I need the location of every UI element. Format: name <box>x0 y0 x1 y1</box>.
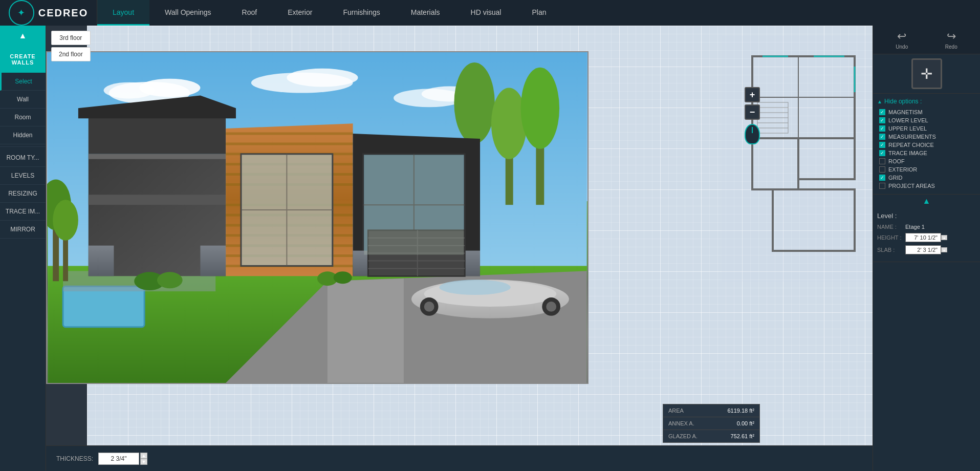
option-trace-image[interactable]: ✓ TRACE IMAGE <box>877 149 976 157</box>
sidebar-item-trace-image[interactable]: TRACE IM... <box>0 203 46 221</box>
tab-hd-visual[interactable]: HD visual <box>455 0 517 26</box>
undo-button[interactable]: ↩ Undo <box>896 30 908 50</box>
sidebar-item-room-type[interactable]: ROOM TY... <box>0 149 46 167</box>
redo-button[interactable]: ↪ Redo <box>945 30 957 50</box>
sidebar-divider-1 <box>0 146 46 147</box>
tab-roof[interactable]: Roof <box>227 0 273 26</box>
undo-redo-bar: ↩ Undo ↪ Redo <box>873 26 980 54</box>
svg-point-76 <box>440 280 511 295</box>
option-upper-level[interactable]: ✓ UPPER LEVEL <box>877 124 976 133</box>
sidebar-item-levels[interactable]: LEVELS <box>0 167 46 185</box>
lower-level-label: LOWER LEVEL <box>888 117 928 123</box>
svg-rect-89 <box>242 155 332 265</box>
height-increase-button[interactable]: ▲ <box>941 235 947 240</box>
svg-rect-0 <box>722 36 870 282</box>
floor-button-3rd[interactable]: 3rd floor <box>51 31 91 45</box>
expand-button-area: ▲ <box>873 195 980 208</box>
option-lower-level[interactable]: ✓ LOWER LEVEL <box>877 116 976 124</box>
create-walls-button[interactable]: CREATE WALLS <box>0 46 46 73</box>
repeat-choice-checkbox[interactable]: ✓ <box>879 142 885 148</box>
sidebar-item-wall[interactable]: Wall <box>0 91 46 109</box>
logo-area: ✦ CEDREO <box>0 0 97 26</box>
tab-wall-openings[interactable]: Wall Openings <box>149 0 227 26</box>
hide-options-header[interactable]: ▲ Hide options : <box>877 98 976 105</box>
tab-furnishings[interactable]: Furnishings <box>328 0 395 26</box>
lower-level-checkbox[interactable]: ✓ <box>879 117 885 123</box>
zoom-out-button[interactable]: − <box>745 104 760 120</box>
svg-point-80 <box>546 302 556 312</box>
sidebar-item-resizing[interactable]: RESIZING <box>0 185 46 203</box>
roof-label: ROOF <box>888 158 905 164</box>
thickness-increase-button[interactable]: ▲ <box>140 453 147 459</box>
trace-image-checkbox[interactable]: ✓ <box>879 150 885 156</box>
svg-rect-41 <box>89 154 226 159</box>
roof-checkbox[interactable] <box>879 158 885 164</box>
svg-point-30 <box>521 68 560 149</box>
sidebar-item-hidden[interactable]: Hidden <box>0 126 46 144</box>
area-label-glazed: GLAZED A. <box>663 430 718 442</box>
level-slab-input-group: ▲ <box>905 245 947 254</box>
grid-checkbox[interactable]: ✓ <box>879 175 885 181</box>
hide-options-panel: ▲ Hide options : ✓ MAGNETISM ✓ LOWER LEV… <box>873 94 980 195</box>
thickness-input[interactable] <box>98 453 139 465</box>
thickness-arrows: ▲ ▼ <box>140 453 147 465</box>
option-measurements[interactable]: ✓ MEASUREMENTS <box>877 133 976 141</box>
exterior-checkbox[interactable] <box>879 166 885 173</box>
option-repeat-choice[interactable]: ✓ REPEAT CHOICE <box>877 141 976 149</box>
measurements-checkbox[interactable]: ✓ <box>879 134 885 140</box>
level-name-label: NAME : <box>877 224 905 230</box>
hide-options-arrow-icon: ▲ <box>877 99 882 104</box>
svg-rect-90 <box>364 155 464 255</box>
area-info-panel: AREA 6119.18 ft² ANNEX A. 0.00 ft² GLAZE… <box>663 404 760 443</box>
magnetism-checkbox[interactable]: ✓ <box>879 109 885 115</box>
option-roof[interactable]: ROOF <box>877 157 976 165</box>
level-header: Level : <box>877 212 976 220</box>
level-slab-label: SLAB : <box>877 247 905 253</box>
canvas-area[interactable]: 3rd floor 2nd floor <box>46 26 873 471</box>
area-label-total: AREA <box>663 404 718 417</box>
house-3d-view <box>46 51 589 384</box>
tab-exterior[interactable]: Exterior <box>272 0 328 26</box>
sidebar-item-select[interactable]: Select <box>0 73 46 91</box>
svg-point-88 <box>334 271 352 284</box>
logo-icon[interactable]: ✦ <box>9 0 34 26</box>
svg-point-84 <box>53 200 78 241</box>
sidebar-item-room[interactable]: Room <box>0 109 46 126</box>
sidebar-item-mirror[interactable]: MIRROR <box>0 221 46 239</box>
svg-point-20 <box>104 82 155 99</box>
trace-image-label: TRACE IMAGE <box>888 150 927 156</box>
hide-options-title: Hide options : <box>884 98 922 105</box>
option-grid[interactable]: ✓ GRID <box>877 174 976 182</box>
tab-layout[interactable]: Layout <box>97 0 149 26</box>
option-project-areas[interactable]: PROJECT AREAS <box>877 182 976 190</box>
area-row-total: AREA 6119.18 ft² <box>663 404 759 417</box>
area-row-glazed: GLAZED A. 752.61 ft² <box>663 430 759 442</box>
tab-materials[interactable]: Materials <box>396 0 455 26</box>
project-areas-label: PROJECT AREAS <box>888 183 935 189</box>
option-exterior[interactable]: EXTERIOR <box>877 165 976 174</box>
slab-increase-button[interactable]: ▲ <box>941 247 947 252</box>
svg-rect-34 <box>63 286 144 327</box>
thickness-decrease-button[interactable]: ▼ <box>140 459 147 465</box>
zoom-in-button[interactable]: + <box>745 87 760 102</box>
sidebar-collapse-button[interactable]: ▲ <box>0 26 46 46</box>
svg-point-26 <box>454 62 495 144</box>
area-value-glazed: 752.61 ft² <box>718 430 759 442</box>
floor-button-2nd[interactable]: 2nd floor <box>51 47 91 61</box>
exterior-label: EXTERIOR <box>888 166 917 173</box>
svg-rect-40 <box>89 195 226 205</box>
upper-level-checkbox[interactable]: ✓ <box>879 125 885 132</box>
main-layout: ▲ CREATE WALLS Select Wall Room Hidden R… <box>0 26 980 471</box>
option-magnetism[interactable]: ✓ MAGNETISM <box>877 108 976 116</box>
sidebar-menu: Select Wall Room Hidden ROOM TY... LEVEL… <box>0 73 46 239</box>
grid-label: GRID <box>888 175 903 181</box>
nav-tabs: Layout Wall Openings Roof Exterior Furni… <box>97 0 980 26</box>
compass-button[interactable]: ✛ <box>911 58 942 89</box>
level-slab-input[interactable] <box>905 245 941 254</box>
svg-point-22 <box>287 69 358 87</box>
project-areas-checkbox[interactable] <box>879 183 885 189</box>
tab-plan[interactable]: Plan <box>516 0 561 26</box>
expand-button[interactable]: ▲ <box>923 197 931 206</box>
level-height-input[interactable] <box>905 233 941 242</box>
level-slab-row: SLAB : ▲ <box>877 245 976 254</box>
